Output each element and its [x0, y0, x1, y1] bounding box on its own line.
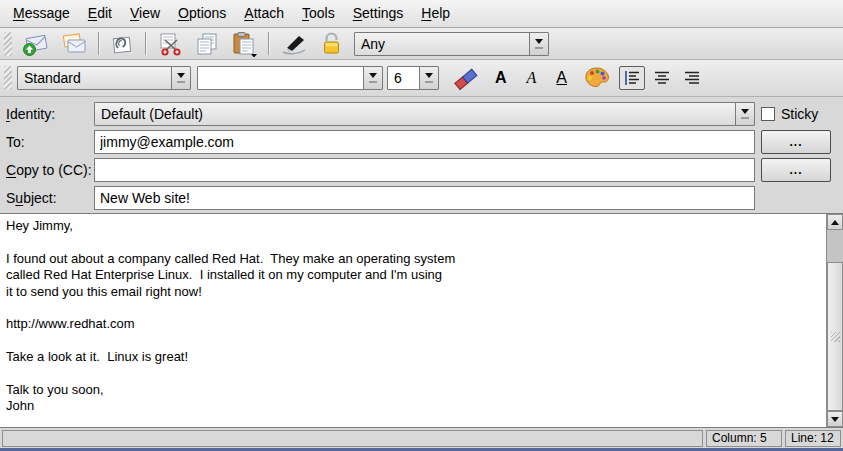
align-right-button[interactable] — [679, 66, 705, 90]
toolbar-separator — [268, 32, 269, 55]
attach-file-button[interactable] — [106, 29, 138, 59]
status-bar: Column: 5 Line: 12 — [0, 428, 843, 448]
format-toolbar: Standard 6 A A A — [0, 60, 843, 97]
align-center-button[interactable] — [649, 66, 675, 90]
bold-icon: A — [490, 70, 512, 86]
queue-mail-icon — [60, 31, 88, 57]
paste-icon — [230, 31, 258, 57]
sign-message-button[interactable] — [276, 29, 312, 59]
scrollbar-track[interactable] — [827, 230, 843, 411]
toolbar-separator — [145, 32, 146, 55]
message-body-text[interactable]: Hey Jimmy, I found out about a company c… — [0, 214, 826, 427]
chevron-down-icon[interactable] — [171, 67, 190, 89]
sticky-checkbox[interactable] — [761, 107, 775, 121]
paragraph-style-combo[interactable]: Standard — [17, 66, 191, 90]
italic-icon: A — [522, 70, 542, 86]
paste-button[interactable] — [227, 29, 261, 59]
font-size-combo[interactable]: 6 — [387, 66, 439, 90]
align-center-icon — [652, 68, 672, 88]
bold-button[interactable]: A — [487, 68, 515, 88]
menu-attach[interactable]: Attach — [235, 0, 293, 27]
arrow-up-icon — [831, 220, 839, 225]
identity-row: Identity: Default (Default) Sticky — [6, 101, 837, 126]
queue-button[interactable] — [57, 29, 91, 59]
menu-help[interactable]: Help — [412, 0, 459, 27]
font-family-combo[interactable] — [197, 66, 383, 90]
encrypt-open-lock-icon — [319, 31, 345, 57]
menu-settings[interactable]: Settings — [344, 0, 413, 27]
chevron-down-icon[interactable] — [419, 67, 438, 89]
align-left-icon — [622, 68, 642, 88]
sticky-label: Sticky — [781, 106, 818, 122]
scrollbar-thumb[interactable] — [827, 262, 843, 411]
underline-button[interactable]: A — [548, 68, 575, 88]
cc-input[interactable] — [94, 158, 755, 182]
to-row: To: ... — [6, 129, 837, 154]
subject-label: Subject: — [6, 190, 94, 206]
to-label: To: — [6, 134, 94, 150]
menu-message[interactable]: Message — [4, 0, 79, 27]
menu-options[interactable]: Options — [169, 0, 235, 27]
menu-tools[interactable]: Tools — [293, 0, 344, 27]
copy-icon — [194, 31, 220, 57]
cut-button[interactable] — [153, 29, 187, 59]
identity-label: Identity: — [6, 106, 94, 122]
cc-address-book-button[interactable]: ... — [761, 158, 831, 182]
arrow-down-icon — [831, 417, 839, 422]
underline-icon: A — [551, 70, 572, 86]
subject-input[interactable] — [94, 186, 755, 210]
scroll-down-button[interactable] — [827, 411, 843, 427]
italic-button[interactable]: A — [519, 68, 545, 88]
toolbar-separator — [98, 32, 99, 55]
main-toolbar: Any — [0, 28, 843, 60]
status-line-panel: Line: 12 — [785, 430, 841, 447]
to-input[interactable] — [94, 130, 755, 154]
eraser-icon — [452, 65, 480, 91]
subject-row: Subject: — [6, 185, 837, 210]
priority-combo-value: Any — [355, 33, 529, 55]
vertical-scrollbar[interactable] — [826, 214, 843, 427]
align-left-button[interactable] — [619, 66, 645, 90]
chevron-down-icon[interactable] — [363, 67, 382, 89]
status-message-panel — [2, 430, 703, 447]
paragraph-style-value: Standard — [18, 67, 171, 89]
paste-dropdown-arrow — [251, 54, 257, 57]
message-body-editor[interactable]: Hey Jimmy, I found out about a company c… — [0, 213, 843, 428]
scrollbar-grip — [831, 332, 840, 342]
priority-combo[interactable]: Any — [354, 32, 549, 56]
font-size-value: 6 — [388, 67, 419, 89]
text-color-button[interactable] — [579, 63, 615, 93]
attach-file-icon — [109, 31, 135, 57]
send-mail-icon — [22, 31, 50, 57]
identity-combo[interactable]: Default (Default) — [94, 102, 755, 126]
toolbar-drag-handle[interactable] — [4, 32, 12, 56]
toolbar-drag-handle[interactable] — [4, 66, 12, 90]
color-palette-icon — [582, 65, 612, 91]
cut-icon — [156, 31, 184, 57]
to-address-book-button[interactable]: ... — [761, 130, 831, 154]
message-headers: Identity: Default (Default) Sticky To: .… — [0, 97, 843, 213]
align-right-icon — [682, 68, 702, 88]
cc-row: Copy to (CC): ... — [6, 157, 837, 182]
scroll-up-button[interactable] — [827, 214, 843, 230]
menu-bar: Message Edit View Options Attach Tools S… — [0, 0, 843, 28]
encrypt-message-button[interactable] — [316, 29, 348, 59]
cc-label: Copy to (CC): — [6, 162, 94, 178]
font-family-value — [198, 67, 363, 89]
status-column-panel: Column: 5 — [706, 430, 782, 447]
send-button[interactable] — [19, 29, 53, 59]
copy-button[interactable] — [191, 29, 223, 59]
menu-view[interactable]: View — [121, 0, 169, 27]
remove-formatting-button[interactable] — [449, 63, 483, 93]
identity-combo-value: Default (Default) — [95, 103, 735, 125]
sign-message-pen-icon — [279, 31, 309, 57]
chevron-down-icon[interactable] — [735, 103, 754, 125]
menu-edit[interactable]: Edit — [79, 0, 121, 27]
chevron-down-icon[interactable] — [529, 33, 548, 55]
